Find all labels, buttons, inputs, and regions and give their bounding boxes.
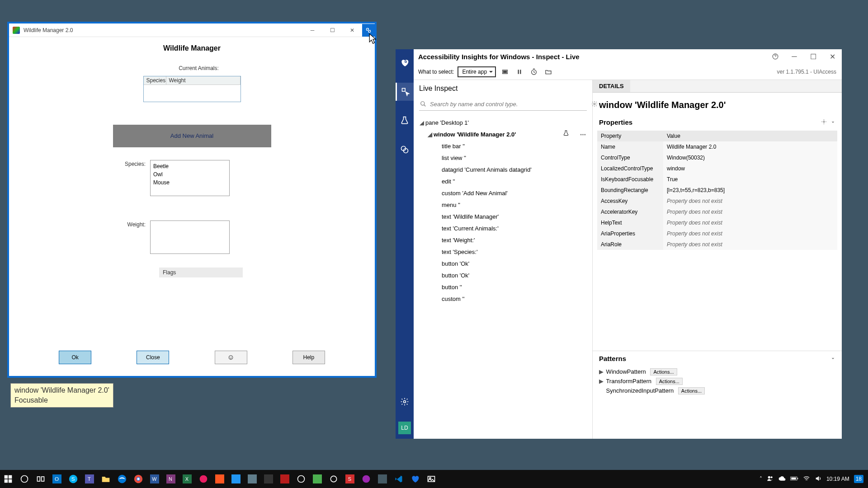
onenote-icon[interactable]: N <box>163 470 179 488</box>
tree-row[interactable]: ◢pane 'Desktop 1' <box>415 117 590 129</box>
taskbar[interactable]: O S T W N X S ˄ 10:19 AM 18 <box>0 470 868 488</box>
pattern-row[interactable]: ▶ WindowPattern Actions... <box>599 367 835 376</box>
tree-row[interactable]: button '' <box>415 282 590 293</box>
emoji-button[interactable]: ☺ <box>215 351 247 364</box>
species-listbox[interactable]: Beetle Owl Mouse <box>150 160 230 196</box>
tree-row[interactable]: ◢window 'Wildlife Manager 2.0'⋯ <box>415 129 590 141</box>
sidebar-settings-icon[interactable] <box>396 393 414 411</box>
timer-icon[interactable] <box>528 66 539 77</box>
patterns-expand-icon[interactable] <box>830 355 835 362</box>
tray-chevron-icon[interactable]: ˄ <box>760 476 762 482</box>
word-icon[interactable]: W <box>146 470 163 488</box>
sidebar-cc-icon[interactable] <box>396 141 414 159</box>
cortana-icon[interactable] <box>16 470 33 488</box>
tray-volume-icon[interactable] <box>815 475 822 483</box>
app-icon[interactable] <box>326 470 342 488</box>
tree-row[interactable]: menu '' <box>415 199 590 211</box>
tree-row[interactable]: datagrid 'Current Animals datagrid' <box>415 164 590 176</box>
maximize-button[interactable]: ☐ <box>322 24 342 37</box>
what-to-select-dropdown[interactable]: Entire app <box>458 66 496 77</box>
tray-time[interactable]: 10:19 AM <box>826 476 849 482</box>
tree-row[interactable]: text 'Species:' <box>415 246 590 258</box>
chrome-icon[interactable] <box>130 470 146 488</box>
tray-cloud-icon[interactable] <box>778 475 786 483</box>
edge-icon[interactable] <box>114 470 130 488</box>
tree-settings-icon[interactable] <box>591 101 598 109</box>
app-icon[interactable]: S <box>342 470 358 488</box>
titlebar[interactable]: Wildlife Manager 2.0 ─ ☐ ✕ <box>9 23 375 37</box>
sidebar-test-icon[interactable] <box>396 112 414 130</box>
app-icon[interactable] <box>212 470 228 488</box>
species-option[interactable]: Mouse <box>153 178 226 187</box>
tray-people-icon[interactable] <box>767 475 774 483</box>
skype-icon[interactable]: S <box>65 470 81 488</box>
app-icon[interactable] <box>228 470 244 488</box>
ok-button[interactable]: Ok <box>59 351 91 364</box>
current-animals-datagrid[interactable]: Species Weight <box>143 76 241 102</box>
taskview-icon[interactable] <box>33 470 49 488</box>
species-option[interactable]: Owl <box>153 170 226 178</box>
props-expand-icon[interactable] <box>830 118 835 126</box>
ai-close-button[interactable]: ✕ <box>823 49 842 64</box>
app-icon[interactable] <box>260 470 277 488</box>
tray-wifi-icon[interactable] <box>803 475 810 483</box>
app-icon[interactable] <box>374 470 391 488</box>
tree-row[interactable]: list view '' <box>415 152 590 164</box>
app-icon[interactable] <box>277 470 293 488</box>
inspect-target-icon[interactable] <box>362 24 375 37</box>
test-beaker-icon[interactable] <box>563 130 569 140</box>
folder-open-icon[interactable] <box>543 66 554 77</box>
tree-row[interactable]: text 'Wildlife Manager' <box>415 211 590 223</box>
highlighter-icon[interactable] <box>500 66 510 77</box>
help-button[interactable]: Help <box>292 351 325 364</box>
insights-taskbar-icon[interactable] <box>407 470 423 488</box>
pattern-actions-button[interactable]: Actions... <box>678 387 705 394</box>
app-icon[interactable] <box>293 470 309 488</box>
grid-header-weight[interactable]: Weight <box>166 76 241 84</box>
tree-row[interactable]: custom '' <box>415 293 590 305</box>
tree-row[interactable]: button 'Ok' <box>415 258 590 270</box>
grid-header-species[interactable]: Species <box>144 76 166 84</box>
details-tab[interactable]: DETAILS <box>593 80 630 92</box>
close-window-button[interactable]: ✕ <box>342 24 362 37</box>
element-tree[interactable]: ◢pane 'Desktop 1'◢window 'Wildlife Manag… <box>414 113 592 439</box>
pattern-actions-button[interactable]: Actions... <box>656 378 683 385</box>
props-settings-icon[interactable] <box>821 118 827 126</box>
ai-maximize-button[interactable]: ☐ <box>804 49 823 64</box>
ai-titlebar[interactable]: Accessibility Insights for Windows - Ins… <box>414 49 842 64</box>
add-new-animal-button[interactable]: Add New Animal <box>113 125 271 147</box>
excel-icon[interactable]: X <box>179 470 195 488</box>
vscode-icon[interactable] <box>391 470 407 488</box>
app-icon[interactable] <box>309 470 326 488</box>
pattern-row[interactable]: SynchronizedInputPattern Actions... <box>599 386 835 395</box>
app-icon[interactable] <box>244 470 260 488</box>
sidebar-inspect-icon[interactable] <box>396 83 414 101</box>
help-icon[interactable] <box>766 49 785 64</box>
tree-search-input[interactable] <box>419 98 587 111</box>
tree-row[interactable]: button 'Ok' <box>415 270 590 282</box>
tree-row[interactable]: custom 'Add New Animal' <box>415 188 590 199</box>
weight-input[interactable] <box>150 221 230 254</box>
sidebar-user-badge[interactable]: LD <box>398 422 411 434</box>
app-icon[interactable] <box>358 470 374 488</box>
tree-row[interactable]: text 'Weight:' <box>415 235 590 246</box>
close-button[interactable]: Close <box>137 351 169 364</box>
app-icon[interactable] <box>195 470 212 488</box>
pattern-row[interactable]: ▶ TransformPattern Actions... <box>599 376 835 386</box>
sidebar-heart-icon[interactable] <box>396 54 414 72</box>
tray-battery-icon[interactable] <box>790 476 798 483</box>
tree-row[interactable]: text 'Current Animals:' <box>415 223 590 235</box>
ai-minimize-button[interactable]: ─ <box>785 49 804 64</box>
teams-icon[interactable]: T <box>81 470 98 488</box>
pause-icon[interactable] <box>514 66 525 77</box>
tree-row[interactable]: title bar '' <box>415 141 590 152</box>
flags-field[interactable]: Flags <box>159 267 243 277</box>
notification-icon[interactable]: 18 <box>854 475 863 483</box>
outlook-icon[interactable]: O <box>49 470 65 488</box>
photos-icon[interactable] <box>423 470 439 488</box>
more-icon[interactable]: ⋯ <box>580 130 587 140</box>
explorer-icon[interactable] <box>98 470 114 488</box>
start-button[interactable] <box>0 470 16 488</box>
species-option[interactable]: Beetle <box>153 162 226 170</box>
minimize-button[interactable]: ─ <box>302 24 322 37</box>
